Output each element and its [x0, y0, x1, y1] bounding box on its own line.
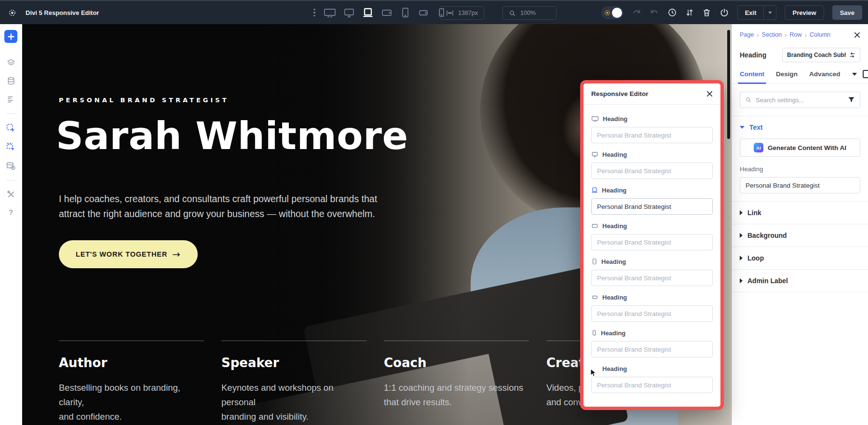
portability-power-icon[interactable]	[719, 8, 729, 17]
viewport-width-input[interactable]: 1387px	[440, 6, 484, 20]
panel-close-icon[interactable]	[854, 32, 860, 38]
preset-swap-icon	[849, 52, 855, 58]
filter-icon[interactable]	[848, 96, 855, 103]
search-icon	[745, 96, 752, 103]
chevron-down-icon	[768, 12, 772, 14]
wireframe-list-icon[interactable]	[6, 95, 16, 104]
chevron-right-icon	[740, 256, 743, 260]
desktop-wide-icon	[591, 115, 599, 122]
zoom-level-input[interactable]: 100%	[502, 6, 556, 20]
column-author: Author Bestselling books on branding, cl…	[59, 341, 204, 424]
chevron-right-icon: ›	[785, 31, 787, 39]
settings-tabs: Content Design Advanced	[732, 65, 868, 84]
element-type-label: Heading	[740, 51, 766, 59]
database-icon[interactable]	[6, 76, 16, 86]
heading-input-tablet[interactable]	[591, 270, 713, 286]
modal-close-icon[interactable]	[706, 91, 713, 97]
breadcrumb-page[interactable]: Page	[740, 31, 754, 38]
device-tablet-icon[interactable]	[400, 7, 410, 18]
heading-input-phone-small[interactable]	[591, 377, 713, 393]
select-row-icon[interactable]	[6, 142, 16, 152]
exit-dropdown-button[interactable]	[764, 5, 776, 20]
column-coach: Coach 1:1 coaching and strategy sessions…	[384, 341, 529, 424]
chevron-right-icon	[740, 210, 743, 215]
heading-input-laptop[interactable]	[591, 198, 713, 215]
heading-field-label: Heading	[740, 165, 860, 173]
arrow-right-icon: →	[172, 248, 181, 260]
device-desktop-icon[interactable]	[343, 7, 355, 18]
device-phone-landscape-icon[interactable]	[418, 7, 429, 18]
undo-icon[interactable]	[632, 8, 641, 17]
module-presets-icon[interactable]	[6, 161, 16, 171]
hero-eyebrow: PERSONAL BRAND STRATEGIST	[59, 96, 229, 104]
select-module-icon[interactable]	[6, 123, 16, 133]
section-admin-label[interactable]: Admin Label	[740, 270, 860, 292]
canvas-scrollbar[interactable]	[727, 30, 730, 139]
more-options-icon[interactable]	[312, 9, 316, 17]
breadcrumb-row[interactable]: Row	[790, 31, 802, 38]
hero-title: Sarah Whitmore	[56, 114, 408, 158]
heading-input-phone[interactable]	[591, 341, 713, 357]
desktop-icon	[591, 151, 598, 158]
save-button[interactable]: Save	[832, 5, 862, 20]
breadcrumb-column[interactable]: Column	[810, 31, 830, 38]
left-toolbar: ?	[0, 24, 22, 425]
tab-advanced[interactable]: Advanced	[809, 65, 841, 83]
heading-field-input[interactable]	[740, 177, 860, 193]
device-desktop-wide-icon[interactable]	[324, 7, 336, 18]
section-loop[interactable]: Loop	[740, 247, 860, 269]
developer-tools-icon[interactable]	[6, 190, 16, 199]
section-background[interactable]: Background	[740, 224, 860, 247]
section-text-title: Text	[749, 123, 763, 131]
tabs-dropdown-icon[interactable]	[852, 73, 857, 76]
exit-button[interactable]: Exit	[737, 5, 764, 20]
preset-value: Branding Coach Subhe...	[787, 52, 846, 58]
chevron-right-icon	[740, 278, 743, 283]
heading-input-phone-landscape[interactable]	[591, 305, 713, 322]
tablet-landscape-icon	[591, 222, 598, 229]
element-header: Heading Branding Coach Subhe...	[740, 45, 860, 65]
device-laptop-icon[interactable]	[362, 7, 374, 18]
top-toolbar: Divi 5 Responsive Editor	[0, 0, 868, 24]
section-link[interactable]: Link	[740, 202, 860, 224]
breakpoint-row-laptop: Heading	[591, 186, 713, 215]
add-module-button[interactable]	[4, 30, 17, 43]
chevron-right-icon	[740, 233, 743, 238]
settings-panel: Page › Section › Row › Column Heading Br…	[732, 24, 868, 425]
redo-icon[interactable]	[650, 8, 659, 17]
ai-badge-icon: AI	[754, 143, 763, 152]
chevron-right-icon: ›	[757, 31, 759, 39]
breadcrumb-section[interactable]: Section	[762, 31, 782, 38]
column-speaker: Speaker Keynotes and workshops on person…	[221, 341, 366, 424]
responsive-preview-icon[interactable]	[863, 70, 868, 78]
breakpoint-row-phone-landscape: Heading	[591, 293, 713, 322]
layers-icon[interactable]	[6, 58, 16, 68]
responsive-editor-modal: Responsive Editor Heading Heading	[580, 80, 724, 410]
chevron-down-icon	[740, 126, 745, 129]
breadcrumb: Page › Section › Row › Column	[740, 24, 860, 45]
toggle-knob	[612, 8, 622, 18]
preview-button[interactable]: Preview	[785, 5, 824, 20]
help-icon[interactable]: ?	[9, 208, 13, 216]
divider	[732, 292, 868, 292]
tab-design[interactable]: Design	[776, 65, 798, 83]
preset-selector[interactable]: Branding Coach Subhe...	[782, 48, 860, 62]
builder-settings-gear-icon[interactable]	[8, 8, 17, 17]
settings-search-input[interactable]	[756, 96, 844, 104]
generate-ai-button[interactable]: AI Generate Content With AI	[740, 138, 860, 157]
builder-mode-toggle[interactable]	[601, 6, 624, 19]
breakpoint-row-desktop-wide: Heading	[591, 114, 713, 143]
section-text[interactable]: Text	[740, 116, 860, 138]
settings-search	[740, 92, 860, 108]
trash-icon[interactable]	[702, 8, 711, 17]
breakpoint-row-phone: Heading	[591, 329, 713, 357]
heading-input-tablet-landscape[interactable]	[591, 234, 713, 250]
sort-order-icon[interactable]	[685, 8, 694, 17]
tab-content[interactable]: Content	[740, 65, 764, 83]
zoom-magnifier-icon	[509, 10, 516, 17]
cta-button[interactable]: LET'S WORK TOGETHER →	[59, 240, 198, 268]
heading-input-desktop-wide[interactable]	[591, 127, 713, 143]
device-tablet-landscape-icon[interactable]	[381, 7, 393, 18]
heading-input-desktop[interactable]	[591, 163, 713, 179]
history-icon[interactable]	[667, 8, 677, 17]
